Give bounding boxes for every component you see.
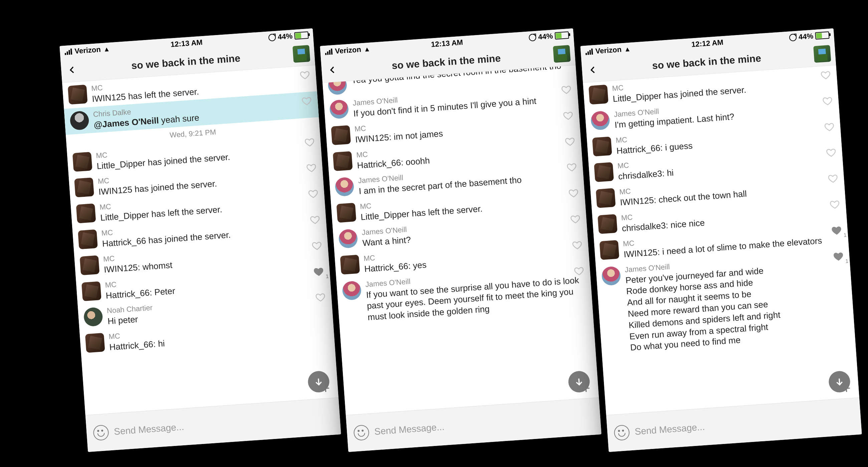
like-button[interactable] bbox=[310, 214, 320, 225]
message-body: James O'NeillPeter you've journeyed far … bbox=[625, 250, 850, 354]
like-button[interactable] bbox=[833, 251, 844, 262]
status-right: 44% bbox=[789, 31, 830, 42]
status-right: 44% bbox=[268, 31, 309, 42]
battery-icon bbox=[555, 31, 569, 40]
emoji-button[interactable] bbox=[614, 425, 630, 441]
avatar[interactable] bbox=[599, 240, 619, 260]
carrier-label: Verizon bbox=[595, 45, 622, 55]
avatar[interactable] bbox=[329, 99, 349, 120]
like-button[interactable] bbox=[826, 147, 837, 158]
avatar[interactable] bbox=[82, 281, 101, 301]
signal-bars-icon bbox=[585, 48, 593, 55]
signal-bars-icon bbox=[64, 48, 72, 55]
message-list[interactable]: MCIWIN125 has left the server.Chris Dalk… bbox=[62, 65, 339, 416]
message-text: Peter you've journeyed far and wide Rode… bbox=[625, 260, 850, 354]
like-button[interactable] bbox=[313, 266, 324, 277]
like-button[interactable] bbox=[828, 173, 838, 184]
like-button[interactable] bbox=[572, 239, 583, 250]
carrier-label: Verizon bbox=[335, 45, 362, 55]
like-button[interactable] bbox=[311, 240, 322, 251]
like-button[interactable] bbox=[566, 162, 577, 173]
like-button[interactable] bbox=[822, 96, 833, 106]
avatar[interactable] bbox=[74, 177, 94, 198]
phone-screenshot-2: Verizon▲12:13 AM44%so we back in the min… bbox=[320, 28, 601, 452]
like-button[interactable] bbox=[315, 292, 326, 303]
phone-screenshot-1: Verizon▲12:13 AM44%so we back in the min… bbox=[59, 28, 341, 452]
avatar[interactable] bbox=[68, 85, 88, 105]
message-input[interactable]: Send Message... bbox=[374, 411, 594, 437]
avatar[interactable] bbox=[331, 125, 351, 145]
message-input[interactable]: Send Message... bbox=[114, 411, 334, 437]
wifi-icon: ▲ bbox=[364, 45, 371, 53]
battery-pct: 44% bbox=[798, 32, 814, 41]
rotation-lock-icon bbox=[528, 34, 536, 41]
avatar[interactable] bbox=[80, 255, 100, 275]
avatar[interactable] bbox=[342, 280, 362, 301]
profile-picture[interactable] bbox=[292, 45, 310, 63]
like-button[interactable] bbox=[564, 136, 575, 147]
like-button[interactable] bbox=[561, 85, 571, 95]
like-button[interactable] bbox=[574, 266, 584, 276]
message-input[interactable]: Send Message... bbox=[634, 411, 854, 437]
signal-bars-icon bbox=[325, 48, 333, 55]
wifi-icon: ▲ bbox=[624, 45, 631, 53]
emoji-button[interactable] bbox=[353, 425, 370, 441]
like-button[interactable] bbox=[824, 122, 835, 132]
avatar[interactable] bbox=[78, 230, 98, 249]
back-button[interactable] bbox=[586, 63, 600, 77]
like-button[interactable] bbox=[304, 137, 315, 147]
emoji-button[interactable] bbox=[93, 425, 109, 441]
avatar[interactable] bbox=[601, 266, 621, 286]
avatar[interactable] bbox=[335, 177, 354, 197]
avatar[interactable] bbox=[83, 307, 103, 327]
profile-picture[interactable] bbox=[813, 45, 831, 63]
avatar[interactable] bbox=[338, 229, 358, 249]
message-text-after: yeah sure bbox=[158, 112, 199, 125]
message-list[interactable]: MCLittle_Dipper has joined the server.Ja… bbox=[583, 65, 859, 416]
avatar[interactable] bbox=[85, 333, 105, 353]
like-button[interactable] bbox=[306, 163, 317, 173]
message-list[interactable]: Yea you gotta find the secret room in th… bbox=[322, 65, 599, 416]
like-button[interactable] bbox=[831, 225, 842, 236]
status-left: Verizon▲ bbox=[325, 45, 371, 56]
add-button[interactable]: + bbox=[320, 379, 330, 397]
like-button[interactable] bbox=[568, 188, 579, 198]
rotation-lock-icon bbox=[789, 34, 797, 41]
status-left: Verizon▲ bbox=[585, 45, 631, 56]
avatar[interactable] bbox=[333, 151, 353, 171]
rotation-lock-icon bbox=[268, 34, 276, 41]
avatar[interactable] bbox=[592, 136, 612, 157]
message-row[interactable]: James O'NeillPeter you've journeyed far … bbox=[596, 246, 855, 358]
back-button[interactable] bbox=[65, 63, 79, 77]
like-button[interactable] bbox=[308, 189, 318, 199]
wifi-icon: ▲ bbox=[103, 45, 110, 53]
back-button[interactable] bbox=[326, 63, 340, 77]
battery-pct: 44% bbox=[277, 32, 293, 41]
avatar[interactable] bbox=[69, 110, 90, 130]
battery-icon bbox=[294, 31, 308, 40]
status-right: 44% bbox=[528, 31, 569, 42]
like-button[interactable] bbox=[820, 70, 831, 80]
like-button[interactable] bbox=[829, 199, 840, 210]
carrier-label: Verizon bbox=[74, 45, 101, 55]
avatar[interactable] bbox=[594, 162, 614, 182]
avatar[interactable] bbox=[340, 255, 360, 274]
like-button[interactable] bbox=[570, 214, 581, 225]
like-button[interactable] bbox=[300, 70, 310, 80]
profile-picture[interactable] bbox=[553, 45, 570, 63]
like-count: 1 bbox=[326, 273, 329, 279]
like-button[interactable] bbox=[302, 96, 312, 106]
status-left: Verizon▲ bbox=[64, 45, 111, 56]
add-button[interactable]: + bbox=[841, 379, 851, 397]
add-button[interactable]: + bbox=[581, 379, 591, 397]
avatar[interactable] bbox=[76, 203, 96, 224]
like-button[interactable] bbox=[563, 110, 574, 121]
avatar[interactable] bbox=[590, 110, 610, 130]
avatar[interactable] bbox=[589, 85, 609, 105]
avatar[interactable] bbox=[597, 214, 618, 234]
like-count: 1 bbox=[843, 232, 847, 238]
avatar[interactable] bbox=[596, 188, 616, 208]
avatar[interactable] bbox=[337, 203, 356, 223]
avatar[interactable] bbox=[72, 152, 92, 172]
phone-screenshot-3: Verizon▲12:12 AM44%so we back in the min… bbox=[580, 28, 862, 452]
